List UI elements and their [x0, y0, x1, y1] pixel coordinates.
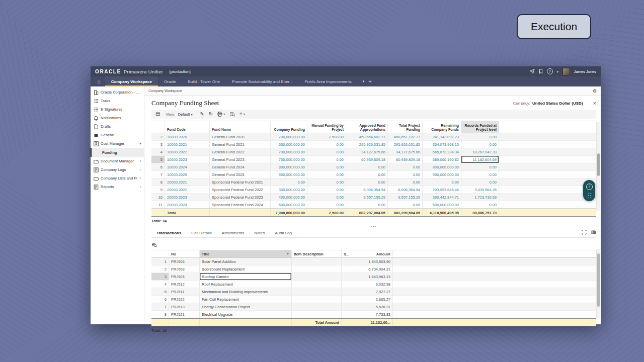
splitter-handle[interactable]: •••	[151, 223, 596, 228]
remaining-funds-cell[interactable]: 390,442,844.71	[423, 194, 461, 201]
row-number-cell[interactable]: 1	[151, 258, 169, 265]
bottom-panel-tab[interactable]: Attachments	[217, 231, 249, 235]
company-funding-cell[interactable]: 500,000,000.00	[271, 201, 307, 208]
app-grid-icon[interactable]	[587, 192, 592, 198]
row-number-cell[interactable]: 8	[151, 178, 165, 186]
col-manual-funding[interactable]: Manual Funding by Project	[307, 121, 346, 133]
approved-appropriations-cell[interactable]: 60,939,809.18	[346, 156, 388, 163]
total-project-funding-cell[interactable]: 0.00	[388, 178, 423, 186]
remaining-funds-cell[interactable]: 500,000,000.00	[423, 201, 461, 208]
transaction-row[interactable]: 4 PRJ512 Roof Replacement 6,032.98	[151, 281, 596, 288]
amount-cell[interactable]: 2,665.27	[357, 296, 393, 303]
records-funded-cell[interactable]: 0.00	[461, 163, 499, 170]
funding-table-row[interactable]: 10 20000.2023 Sponsored Federal Fund 202…	[151, 194, 596, 201]
remaining-funds-cell[interactable]: 354,073,968.15	[423, 141, 461, 148]
transaction-row[interactable]: 8 PRJ521 Electrical Upgrade 7,753.83	[151, 311, 596, 318]
records-funded-cell[interactable]: 0.00	[461, 178, 499, 186]
records-funded-cell[interactable]: 0.00	[461, 141, 499, 148]
sidebar-item[interactable]: Document Manager ›	[91, 157, 144, 165]
funding-table-row[interactable]: 5 10000.2023 General Fund 2023 750,000,0…	[151, 156, 596, 163]
funding-table-row[interactable]: 2 10000.2020 General Fund 2020 700,000,0…	[151, 133, 596, 141]
status-cell[interactable]	[342, 281, 357, 288]
sidebar-item[interactable]: Reports ›	[91, 183, 144, 191]
gear-icon[interactable]: ⚙	[593, 88, 597, 94]
close-icon[interactable]: ×	[593, 101, 596, 106]
row-number-cell[interactable]: 9	[151, 186, 165, 193]
item-description-cell[interactable]	[292, 281, 342, 288]
nav-tab[interactable]: Oracle	[158, 76, 182, 86]
manual-funding-cell[interactable]: 2,500.00	[307, 133, 346, 140]
item-description-cell[interactable]	[292, 303, 342, 310]
transaction-title-cell[interactable]: Electrical Upgrade	[200, 311, 292, 318]
manual-funding-cell[interactable]: 0.00	[307, 156, 346, 163]
total-project-funding-cell[interactable]: 0.00	[388, 201, 423, 208]
grid-view-icon[interactable]: ▤	[155, 112, 160, 117]
expand-icon[interactable]	[582, 230, 587, 236]
col-approved-appropriations[interactable]: Approved Fund Appropriations	[346, 121, 388, 133]
refresh-icon[interactable]: ↻	[209, 112, 213, 117]
fund-name-cell[interactable]: General Fund 2021	[210, 141, 271, 148]
transaction-title-cell[interactable]: Roof Replacement	[200, 281, 292, 288]
fund-name-cell[interactable]: General Fund 2025	[210, 171, 271, 178]
company-funding-cell[interactable]: 0.00	[271, 178, 307, 186]
transaction-no-cell[interactable]: PRJ522	[169, 296, 200, 303]
assistant-widget[interactable]: i	[583, 180, 595, 201]
transaction-no-cell[interactable]: PRJ505	[169, 273, 200, 280]
company-funding-cell[interactable]: 750,000,000.00	[271, 156, 307, 163]
row-number-cell[interactable]: 4	[151, 281, 169, 288]
transaction-row[interactable]: 6 PRJ522 Fan Coil Replacement 2,665.27	[151, 296, 596, 303]
manual-funding-cell[interactable]: 0.00	[307, 194, 346, 201]
status-cell[interactable]	[342, 265, 357, 273]
item-description-cell[interactable]	[292, 311, 342, 318]
bottom-panel-tab[interactable]: Notes	[249, 231, 270, 235]
fund-name-cell[interactable]: Sponsored Federal Fund 2023	[210, 194, 271, 201]
nav-tab[interactable]: Promote Sustainability and Ener...	[226, 76, 299, 86]
funding-table-row[interactable]: 9 20000.2022 Sponsored Federal Fund 2022…	[151, 186, 596, 194]
row-number-cell[interactable]: 5	[151, 156, 165, 163]
total-project-funding-cell[interactable]: 0.00	[388, 171, 423, 178]
transactions-scrollbar-thumb[interactable]	[597, 253, 600, 307]
remaining-funds-cell[interactable]: 241,342,897.23	[423, 133, 461, 140]
transaction-title-cell[interactable]: Mechanical and Building Improvements	[200, 288, 292, 295]
status-cell[interactable]	[342, 296, 357, 303]
nav-tab[interactable]: Company Workspace	[105, 76, 158, 86]
col-total-project-funding[interactable]: Total Project Funding	[388, 121, 423, 133]
col-amount[interactable]: Amount	[357, 250, 393, 257]
manual-funding-cell[interactable]: 0.00	[307, 178, 346, 186]
sidebar-item[interactable]: Company Logs ›	[91, 165, 144, 174]
fund-code-cell[interactable]: 20000.2024	[165, 201, 210, 208]
amount-cell[interactable]: 5,526.31	[357, 303, 393, 310]
remaining-funds-cell[interactable]: 900,000,000.00	[423, 171, 461, 178]
row-number-cell[interactable]: 5	[151, 288, 169, 295]
sidebar-item[interactable]: Company Lists and Pl... ›	[91, 174, 144, 183]
approved-appropriations-cell[interactable]: 458,654,602.77	[346, 133, 388, 140]
add-tab-button[interactable]: +	[368, 78, 371, 84]
transaction-no-cell[interactable]: PRJ521	[169, 311, 200, 318]
transaction-no-cell[interactable]: PRJ513	[169, 303, 200, 310]
find-icon[interactable]	[229, 112, 235, 117]
fund-name-cell[interactable]: General Fund 2023	[210, 156, 271, 163]
fund-code-cell[interactable]: 10000.2020	[165, 133, 210, 140]
status-cell[interactable]	[342, 258, 357, 265]
status-cell[interactable]	[342, 303, 357, 310]
approved-appropriations-cell[interactable]: 0.00	[346, 163, 388, 170]
manual-funding-cell[interactable]: 0.00	[307, 171, 346, 178]
row-number-cell[interactable]: 11	[151, 201, 165, 208]
records-funded-cell[interactable]: 3,439,564.26	[461, 186, 499, 193]
col-title[interactable]: Title ▼	[200, 250, 292, 257]
company-funding-cell[interactable]: 700,000,000.00	[271, 148, 307, 155]
funding-table-row[interactable]: 3 10000.2021 General Fund 2021 650,000,0…	[151, 141, 596, 148]
transaction-row[interactable]: 3 PRJ505 Rooftop Garden 1,643,963.13	[151, 273, 596, 281]
item-description-cell[interactable]	[292, 288, 342, 295]
row-number-cell[interactable]: 2	[151, 133, 165, 140]
col-records-funded[interactable]: Records Funded at Project level	[461, 121, 499, 133]
view-dropdown[interactable]: View: Default ▾	[165, 112, 192, 117]
fund-code-cell[interactable]: 10000.2022	[165, 148, 210, 155]
transaction-no-cell[interactable]: PRJ506	[169, 258, 200, 265]
sidebar-item[interactable]: General	[91, 131, 144, 139]
col-status[interactable]: S...	[342, 250, 357, 257]
fund-name-cell[interactable]: Sponsored Federal Fund 2022	[210, 186, 271, 193]
print-icon[interactable]: ▾	[217, 112, 225, 117]
amount-cell[interactable]: 7,753.83	[357, 311, 393, 318]
help-caret-icon[interactable]: ▾	[557, 70, 558, 73]
